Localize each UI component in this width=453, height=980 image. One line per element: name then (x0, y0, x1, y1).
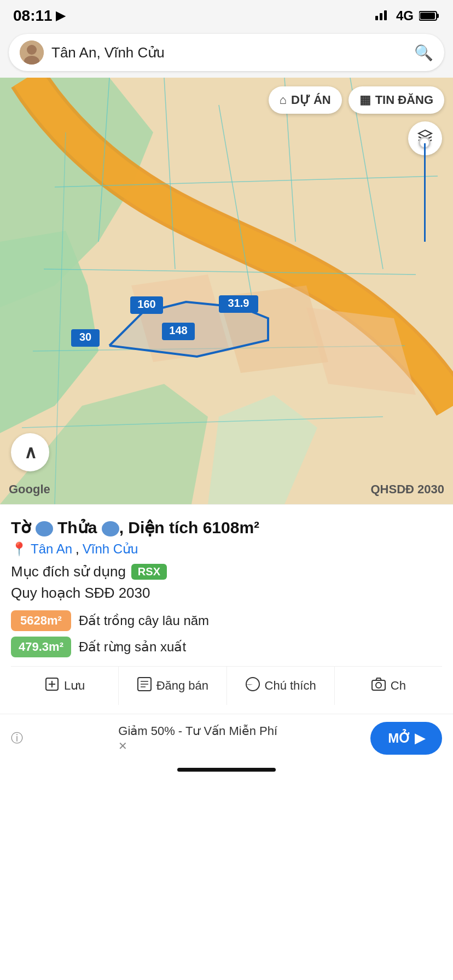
camera-label: Ch (391, 679, 406, 693)
purpose-label: Mục đích sử dụng (11, 563, 126, 580)
map-container[interactable]: 31.9 160 148 30 ⌂ DỰ ÁN ▦ TIN ĐĂNG (0, 78, 453, 504)
land-type-label-1: Đất trồng cây lâu năm (79, 613, 209, 628)
post-icon (137, 676, 152, 695)
map-overlay-buttons: ⌂ DỰ ÁN ▦ TIN ĐĂNG (269, 86, 444, 114)
svg-text:148: 148 (169, 324, 187, 336)
ad-banner: ⓘ Giảm 50% - Tư Vấn Miễn Phí ✕ MỞ ▶ (0, 714, 453, 762)
post-button[interactable]: Đăng bán (119, 667, 226, 705)
tin-dang-label: TIN ĐĂNG (375, 93, 433, 107)
qhsdd-watermark: QHSDĐ 2030 (370, 482, 444, 497)
info-icon: ⓘ (11, 730, 23, 746)
info-title: Tờ Thửa , Diện tích 6108m² (11, 518, 442, 537)
land-type-row-2: 479.3m² Đất rừng sản xuất (11, 637, 442, 657)
ad-text: Giảm 50% - Tư Vấn Miễn Phí (118, 724, 277, 738)
info-panel: Tờ Thửa , Diện tích 6108m² 📍 Tân An , Vĩ… (0, 504, 453, 714)
search-icon[interactable]: 🔍 (414, 44, 433, 62)
map-svg: 31.9 160 148 30 (0, 78, 453, 504)
action-buttons: Lưu Đăng bán Chú thích (11, 666, 442, 705)
note-label: Chú thích (265, 679, 316, 693)
ad-cta-label: MỞ ▶ (388, 731, 425, 745)
svg-text:31.9: 31.9 (228, 297, 249, 309)
save-button[interactable]: Lưu (11, 667, 119, 705)
status-bar: 08:11 ▶ 4G (0, 0, 453, 30)
collapse-button[interactable]: ∧ (11, 433, 49, 471)
rsx-badge: RSX (131, 564, 167, 580)
land-badge-2: 479.3m² (11, 637, 71, 657)
home-indicator (0, 762, 453, 780)
camera-button[interactable]: Ch (335, 667, 442, 705)
svg-rect-2 (384, 10, 387, 20)
svg-point-7 (27, 45, 37, 55)
location-vinh-cuu[interactable]: Vĩnh Cửu (83, 541, 138, 557)
search-bar[interactable]: Tân An, Vĩnh Cửu 🔍 (9, 34, 444, 71)
battery-icon (419, 10, 440, 21)
house-icon: ⌂ (280, 93, 287, 107)
note-button[interactable]: Chú thích (227, 667, 335, 705)
pin-icon: 📍 (11, 541, 27, 557)
network-type: 4G (396, 8, 414, 24)
du-an-button[interactable]: ⌂ DỰ ÁN (269, 86, 342, 114)
calendar-icon: ▦ (359, 93, 371, 107)
location-tan-an[interactable]: Tân An (31, 541, 72, 557)
location-separator: , (76, 541, 79, 557)
qhsdd-text: QHSDĐ 2030 (370, 482, 444, 496)
svg-rect-4 (437, 14, 439, 18)
search-bar-container: Tân An, Vĩnh Cửu 🔍 (0, 30, 453, 78)
signal-bars-icon (375, 8, 391, 24)
svg-rect-45 (372, 680, 385, 690)
time-display: 08:11 (13, 7, 53, 25)
ad-cta-button[interactable]: MỞ ▶ (370, 722, 442, 755)
home-bar (177, 768, 276, 772)
chevron-up-icon: ∧ (24, 442, 37, 463)
qhsdd-label: Quy hoạch SĐĐ 2030 (11, 585, 442, 602)
land-type-label-2: Đất rừng sản xuất (79, 639, 186, 655)
location-pin-line (424, 143, 426, 242)
google-watermark: Google (9, 482, 50, 497)
svg-text:30: 30 (79, 331, 91, 343)
save-label: Lưu (64, 679, 85, 693)
note-icon (245, 676, 260, 695)
status-icons: 4G (375, 8, 440, 24)
status-time: 08:11 ▶ (13, 7, 65, 25)
search-text: Tân An, Vĩnh Cửu (51, 44, 406, 61)
du-an-label: DỰ ÁN (291, 93, 331, 107)
svg-rect-0 (375, 16, 378, 20)
save-icon (44, 676, 60, 695)
svg-marker-36 (419, 130, 432, 137)
land-type-row-1: 5628m² Đất trồng cây lâu năm (11, 610, 442, 631)
close-icon[interactable]: ✕ (118, 739, 277, 752)
google-text: Google (9, 482, 50, 496)
svg-rect-5 (420, 13, 435, 19)
location-arrow-icon: ▶ (56, 9, 65, 23)
post-label: Đăng bán (156, 679, 208, 693)
svg-rect-1 (380, 13, 382, 20)
purpose-row: Mục đích sử dụng RSX (11, 563, 442, 580)
avatar (20, 40, 44, 65)
camera-icon (371, 676, 386, 695)
svg-point-46 (376, 682, 381, 688)
land-badge-1: 5628m² (11, 610, 71, 631)
svg-text:160: 160 (137, 298, 155, 310)
info-location: 📍 Tân An , Vĩnh Cửu (11, 541, 442, 557)
tin-dang-button[interactable]: ▦ TIN ĐĂNG (349, 86, 444, 114)
